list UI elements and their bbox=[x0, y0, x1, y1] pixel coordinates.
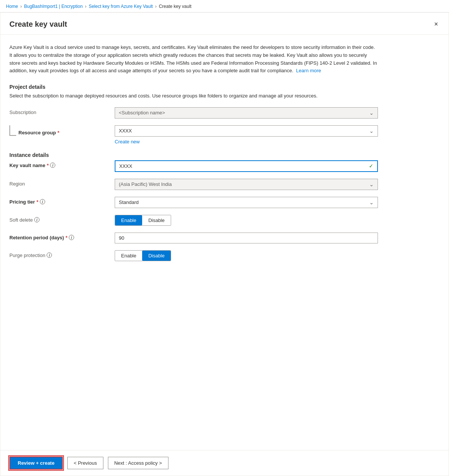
key-vault-name-valid-icon: ✓ bbox=[369, 163, 377, 169]
region-dropdown[interactable]: (Asia Pacific) West India ⌄ bbox=[115, 179, 378, 190]
resource-group-label-col: Resource group * bbox=[9, 125, 115, 136]
breadcrumb: Home › BugBashImport1 | Encryption › Sel… bbox=[0, 0, 449, 12]
subscription-label: Subscription bbox=[9, 107, 115, 115]
subscription-chevron: ⌄ bbox=[369, 110, 374, 116]
purge-enable-btn[interactable]: Enable bbox=[115, 251, 142, 261]
retention-period-container bbox=[115, 233, 378, 243]
breadcrumb-sep-2: › bbox=[85, 4, 86, 9]
purge-protection-toggle: Enable Disable bbox=[115, 250, 171, 261]
breadcrumb-sep-3: › bbox=[155, 4, 156, 9]
breadcrumb-import[interactable]: BugBashImport1 | Encryption bbox=[24, 4, 83, 9]
panel-footer: Review + create < Previous Next : Access… bbox=[0, 450, 449, 476]
retention-period-input[interactable] bbox=[115, 233, 378, 243]
resource-group-value: XXXX bbox=[119, 128, 132, 134]
region-label: Region bbox=[9, 179, 115, 187]
breadcrumb-select-key[interactable]: Select key from Azure Key Vault bbox=[89, 4, 153, 9]
resource-group-chevron: ⌄ bbox=[369, 128, 374, 134]
previous-button[interactable]: < Previous bbox=[67, 457, 103, 469]
description-block: Azure Key Vault is a cloud service used … bbox=[9, 44, 378, 75]
pricing-tier-required: * bbox=[36, 199, 38, 205]
project-details-section: Project details Select the subscription … bbox=[9, 84, 440, 144]
retention-period-label: Retention period (days) * i bbox=[9, 233, 115, 240]
soft-delete-info-icon[interactable]: i bbox=[34, 217, 39, 222]
pricing-tier-info-icon[interactable]: i bbox=[40, 199, 45, 204]
purge-protection-label: Purge protection i bbox=[9, 250, 115, 258]
retention-info-icon[interactable]: i bbox=[69, 235, 74, 240]
breadcrumb-home[interactable]: Home bbox=[6, 4, 18, 9]
instance-details-title: Instance details bbox=[9, 152, 440, 158]
description-text: Azure Key Vault is a cloud service used … bbox=[9, 44, 377, 73]
create-key-vault-panel: Create key vault × Azure Key Vault is a … bbox=[0, 12, 449, 476]
subscription-dropdown-container: <Subscription name> ⌄ bbox=[115, 107, 378, 119]
resource-group-dropdown[interactable]: XXXX ⌄ bbox=[115, 125, 378, 137]
breadcrumb-sep-1: › bbox=[20, 4, 22, 9]
soft-delete-enable-btn[interactable]: Enable bbox=[115, 215, 142, 225]
key-vault-name-input-container: ✓ bbox=[115, 160, 378, 172]
soft-delete-disable-btn[interactable]: Disable bbox=[142, 215, 170, 225]
resource-group-label: Resource group * bbox=[18, 128, 59, 135]
panel-body: Azure Key Vault is a cloud service used … bbox=[0, 35, 449, 450]
pricing-tier-value: Standard bbox=[119, 199, 139, 205]
project-details-title: Project details bbox=[9, 84, 440, 90]
review-create-button[interactable]: Review + create bbox=[9, 456, 63, 470]
instance-details-form: Key vault name * i ✓ Region (Asia Pacifi… bbox=[9, 160, 378, 261]
key-vault-name-required: * bbox=[47, 163, 49, 168]
soft-delete-label: Soft delete i bbox=[9, 215, 115, 223]
resource-group-required: * bbox=[58, 130, 59, 135]
region-chevron: ⌄ bbox=[369, 181, 374, 187]
close-button[interactable]: × bbox=[432, 19, 440, 30]
panel-title: Create key vault bbox=[9, 20, 67, 29]
project-details-form: Subscription <Subscription name> ⌄ Resou… bbox=[9, 107, 378, 144]
pricing-tier-label: Pricing tier * i bbox=[9, 197, 115, 205]
project-details-desc: Select the subscription to manage deploy… bbox=[9, 92, 378, 100]
soft-delete-toggle: Enable Disable bbox=[115, 215, 171, 226]
key-vault-name-input[interactable] bbox=[115, 161, 369, 171]
pricing-tier-dropdown[interactable]: Standard ⌄ bbox=[115, 197, 378, 208]
breadcrumb-current: Create key vault bbox=[159, 4, 191, 9]
subscription-value: <Subscription name> bbox=[119, 110, 165, 116]
subscription-dropdown[interactable]: <Subscription name> ⌄ bbox=[115, 107, 378, 119]
learn-more-link[interactable]: Learn more bbox=[296, 68, 321, 73]
resource-group-field-container: XXXX ⌄ Create new bbox=[115, 125, 378, 144]
key-vault-name-label: Key vault name * i bbox=[9, 160, 115, 168]
purge-disable-btn[interactable]: Disable bbox=[142, 251, 170, 261]
retention-required: * bbox=[65, 235, 67, 240]
purge-protection-info-icon[interactable]: i bbox=[47, 252, 52, 258]
next-button[interactable]: Next : Access policy > bbox=[108, 457, 168, 469]
panel-header: Create key vault × bbox=[0, 13, 449, 35]
key-vault-name-info-icon[interactable]: i bbox=[50, 163, 55, 168]
create-new-link[interactable]: Create new bbox=[115, 139, 378, 144]
instance-details-section: Instance details Key vault name * i ✓ Re… bbox=[9, 152, 440, 261]
region-value: (Asia Pacific) West India bbox=[119, 181, 172, 187]
pricing-tier-chevron: ⌄ bbox=[369, 199, 374, 205]
